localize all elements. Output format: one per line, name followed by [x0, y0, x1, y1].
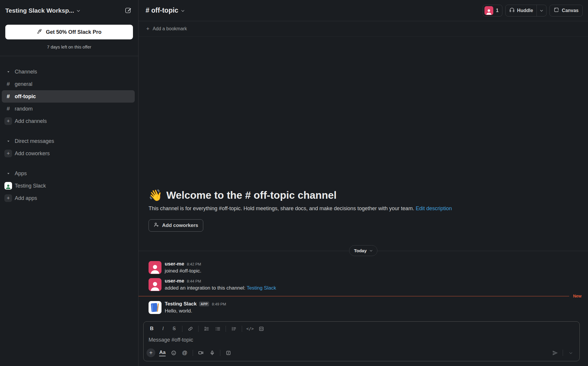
add-channels-button[interactable]: + Add channels — [2, 115, 135, 127]
integration-link[interactable]: Testing Slack — [247, 285, 276, 291]
plus-icon: + — [4, 194, 12, 202]
message-composer: B I S — [143, 321, 580, 361]
chevron-down-icon — [181, 6, 185, 14]
sidebar-item-off-topic[interactable]: # off-topic — [2, 90, 135, 103]
wave-emoji: 👋 — [149, 189, 162, 202]
message-timestamp[interactable]: 8:49 PM — [212, 302, 226, 306]
schedule-send-chevron[interactable] — [565, 348, 576, 357]
promo-button[interactable]: Get 50% Off Slack Pro — [5, 25, 133, 39]
code-block-button[interactable] — [256, 324, 266, 333]
link-button[interactable] — [185, 324, 196, 333]
message-row: Testing Slack APP 8:49 PM Hello, world. — [139, 299, 588, 316]
sidebar-nav: Channels # general # off-topic # random … — [0, 56, 138, 204]
attach-plus-button[interactable]: + — [146, 348, 155, 357]
toolbar-divider — [242, 326, 242, 332]
message-text: added an integration to this channel: Te… — [165, 285, 276, 291]
rocket-icon — [37, 29, 43, 36]
section-label: Direct messages — [15, 138, 54, 144]
send-button[interactable] — [550, 348, 560, 357]
user-avatar[interactable] — [149, 261, 161, 274]
channel-title: # off-topic — [146, 6, 178, 14]
app-avatar[interactable] — [149, 301, 161, 314]
add-bookmark-button[interactable]: + Add a bookmark — [139, 21, 588, 37]
add-apps-button[interactable]: + Add apps — [2, 192, 135, 204]
caret-down-icon — [2, 140, 15, 143]
section-header-channels[interactable]: Channels — [2, 66, 135, 78]
section-label: Apps — [15, 171, 27, 177]
date-label: Today — [354, 248, 367, 253]
channel-title-button[interactable]: # off-topic — [146, 6, 185, 14]
app-name-label: Testing Slack — [15, 183, 46, 189]
edit-description-link[interactable]: Edit description — [416, 205, 452, 211]
add-bookmark-label: Add a bookmark — [153, 26, 187, 31]
video-button[interactable] — [196, 348, 206, 357]
user-avatar[interactable] — [149, 278, 161, 291]
sidebar-item-random[interactable]: # random — [2, 103, 135, 115]
add-apps-label: Add apps — [15, 195, 37, 201]
workspace-header: Testing Slack Worksp... — [0, 0, 138, 21]
channel-description: This channel is for everything #off-topi… — [149, 205, 578, 212]
channel-label: off-topic — [15, 93, 36, 100]
hash-icon: # — [2, 93, 15, 100]
canvas-button[interactable]: Canvas — [549, 5, 583, 16]
members-button[interactable]: 1 — [483, 5, 502, 16]
plus-icon: + — [4, 117, 12, 125]
promo-note: 7 days left on this offer — [0, 44, 138, 49]
formatting-toolbar: B I S — [144, 322, 579, 333]
member-avatar-icon — [484, 6, 493, 15]
message-author[interactable]: user-me — [165, 261, 184, 267]
add-coworkers-nav-button[interactable]: + Add coworkers — [2, 147, 135, 160]
formatting-toggle-button[interactable]: Aa — [157, 348, 168, 357]
message-author[interactable]: user-me — [165, 278, 184, 284]
channel-welcome: 👋 Welcome to the # off-topic channel Thi… — [139, 189, 588, 232]
add-coworkers-button[interactable]: Add coworkers — [149, 219, 203, 232]
channel-label: general — [15, 81, 32, 87]
toolbar-divider — [193, 350, 193, 356]
channel-header: # off-topic 1 — [139, 0, 588, 21]
welcome-title-text: Welcome to the # off-topic channel — [166, 189, 337, 201]
message-timestamp[interactable]: 8:44 PM — [187, 279, 201, 283]
member-count: 1 — [496, 8, 499, 13]
huddle-options-chevron[interactable] — [537, 5, 546, 16]
plus-icon: + — [4, 150, 12, 157]
section-header-apps[interactable]: Apps — [2, 167, 135, 180]
plus-icon: + — [146, 26, 149, 32]
code-button[interactable]: </> — [245, 324, 255, 333]
person-plus-icon — [154, 222, 159, 229]
bold-button[interactable]: B — [146, 324, 157, 333]
chevron-down-icon — [76, 7, 80, 14]
send-divider — [563, 350, 563, 356]
message-input[interactable]: Message #off-topic — [144, 333, 579, 346]
caret-down-icon — [2, 70, 15, 73]
message-author[interactable]: Testing Slack — [165, 301, 196, 307]
message-timestamp[interactable]: 8:42 PM — [187, 262, 201, 266]
sidebar-item-general[interactable]: # general — [2, 78, 135, 90]
toolbar-divider — [182, 326, 182, 332]
add-channels-label: Add channels — [15, 118, 47, 124]
input-placeholder: Message #off-topic — [149, 337, 193, 343]
italic-button[interactable]: I — [158, 324, 168, 333]
workspace-switcher[interactable]: Testing Slack Worksp... — [5, 7, 80, 14]
sidebar: Testing Slack Worksp... — [0, 0, 139, 366]
audio-button[interactable] — [207, 348, 217, 357]
section-label: Channels — [15, 69, 37, 75]
welcome-title: 👋 Welcome to the # off-topic channel — [149, 189, 578, 202]
canvas-icon — [554, 7, 559, 14]
blockquote-button[interactable] — [229, 324, 239, 333]
bullet-list-button[interactable] — [212, 324, 223, 333]
toolbar-divider — [198, 326, 199, 332]
huddle-button[interactable]: Huddle — [505, 5, 547, 16]
slash-commands-button[interactable] — [223, 348, 234, 357]
mention-button[interactable]: @ — [179, 348, 190, 357]
strikethrough-button[interactable]: S — [169, 324, 179, 333]
ordered-list-button[interactable] — [201, 324, 212, 333]
composer-actions: + Aa @ — [144, 346, 579, 361]
app-badge: APP — [199, 302, 209, 306]
date-pill-button[interactable]: Today — [349, 245, 377, 256]
sidebar-item-testing-slack-app[interactable]: Testing Slack — [2, 180, 135, 192]
emoji-button[interactable] — [168, 348, 179, 357]
unread-line — [139, 296, 569, 296]
message-row: user-me 8:42 PM joined #off-topic. — [139, 259, 588, 276]
compose-button[interactable] — [122, 4, 135, 17]
section-header-direct-messages[interactable]: Direct messages — [2, 135, 135, 147]
